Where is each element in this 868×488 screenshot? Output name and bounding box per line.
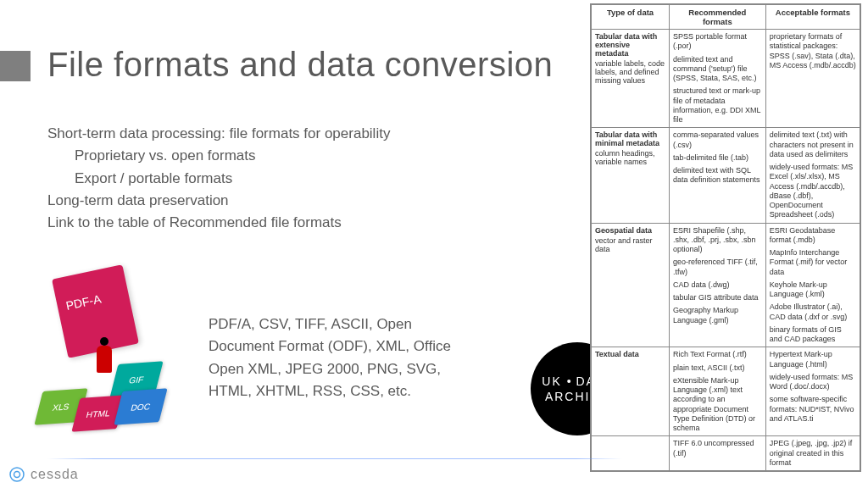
pdfa-card: PDF-A: [52, 264, 139, 358]
bullet-line: Long-term data preservation: [47, 190, 390, 212]
cell-type: Textual data: [592, 347, 670, 436]
body-bullets: Short-term data processing: file formats…: [47, 123, 390, 235]
bullet-sub: Export / portable formats: [47, 168, 390, 190]
bullet-line: Short-term data processing: file formats…: [47, 123, 390, 145]
table-row: Tabular data with extensive metadatavari…: [592, 30, 860, 128]
cell-acceptable: ESRI Geodatabase format (.mdb)MapInfo In…: [765, 223, 860, 347]
cessda-logo-icon: [8, 466, 25, 483]
title-accent-bar: [0, 51, 31, 81]
cell-recommended: SPSS portable format (.por)delimited tex…: [670, 30, 766, 128]
cell-type: Tabular data with extensive metadatavari…: [592, 30, 670, 128]
tile-doc: DOC: [114, 388, 167, 425]
footer-brand: cessda: [8, 466, 79, 483]
svg-point-0: [10, 468, 24, 481]
cell-type: Geospatial datavector and raster data: [592, 223, 670, 347]
svg-point-1: [14, 472, 20, 478]
cell-recommended: comma-separated values (.csv)tab-delimit…: [670, 128, 766, 223]
table-row: TIFF 6.0 uncompressed (.tif)JPEG (.jpeg,…: [592, 436, 860, 471]
cell-recommended: TIFF 6.0 uncompressed (.tif): [670, 436, 766, 471]
bullet-line: Link to the table of Recommended file fo…: [47, 212, 390, 234]
person-icon: [97, 346, 112, 388]
cell-acceptable: Hypertext Mark-up Language (.html)widely…: [765, 347, 860, 436]
format-tiles-illustration: PDF-A GIF XLS HTML DOC: [34, 263, 195, 424]
cell-acceptable: proprietary formats of statistical packa…: [765, 30, 860, 128]
cell-type: Tabular data with minimal metadatacolumn…: [592, 128, 670, 223]
table-row: Textual dataRich Text Format (.rtf)plain…: [592, 347, 860, 436]
col-recommended: Recommended formats: [670, 5, 766, 30]
recommended-formats-table: Type of data Recommended formats Accepta…: [590, 3, 861, 472]
col-type: Type of data: [592, 5, 670, 30]
bullet-sub: Proprietary vs. open formats: [47, 145, 390, 167]
cell-acceptable: JPEG (.jpeg, .jpg, .jp2) if original cre…: [765, 436, 860, 471]
table-row: Tabular data with minimal metadatacolumn…: [592, 128, 860, 223]
formats-paragraph: PDF/A, CSV, TIFF, ASCII, Open Document F…: [209, 313, 463, 402]
table-row: Geospatial datavector and raster dataESR…: [592, 223, 860, 347]
page-title: File formats and data conversion: [47, 46, 553, 84]
cell-type: [592, 436, 670, 471]
footer-brand-text: cessda: [31, 467, 79, 482]
cell-recommended: ESRI Shapefile (.shp, .shx, .dbf, .prj, …: [670, 223, 766, 347]
footer-divider: [47, 458, 622, 459]
col-acceptable: Acceptable formats: [765, 5, 860, 30]
cell-acceptable: delimited text (.txt) with characters no…: [765, 128, 860, 223]
cell-recommended: Rich Text Format (.rtf)plain text, ASCII…: [670, 347, 766, 436]
